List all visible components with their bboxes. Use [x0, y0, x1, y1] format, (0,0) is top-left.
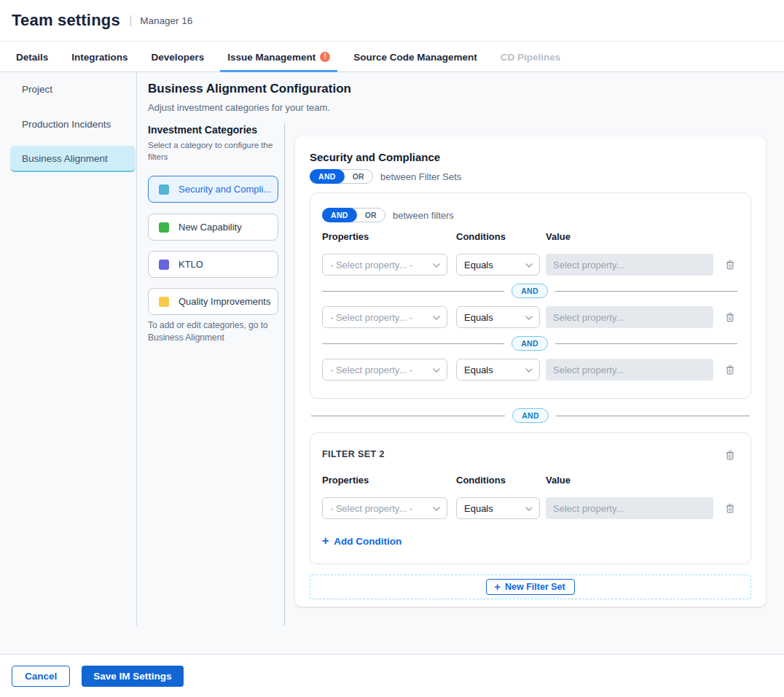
delete-filter-button[interactable]: [723, 501, 737, 516]
value-input[interactable]: [546, 359, 713, 381]
delete-filter-button[interactable]: [723, 257, 737, 273]
chevron-down-icon: [525, 507, 533, 511]
property-select[interactable]: - Select property... -: [322, 254, 447, 276]
trash-icon: [724, 449, 736, 462]
category-security-and-compliance[interactable]: Security and Compli...: [148, 176, 278, 203]
category-quality-improvements[interactable]: Quality Improvements: [148, 288, 278, 315]
property-select[interactable]: - Select property... -: [322, 306, 447, 328]
delete-filter-button[interactable]: [723, 310, 737, 325]
page-footer: Cancel Save IM Settings: [0, 654, 784, 697]
toggle-or-option[interactable]: OR: [357, 211, 385, 219]
between-filters-label: between filters: [393, 210, 454, 221]
save-im-settings-button[interactable]: Save IM Settings: [82, 666, 183, 687]
property-select[interactable]: - Select property... -: [322, 359, 447, 381]
category-color-swatch: [159, 297, 169, 307]
filter-set-1-card: AND OR between filters Properties Condit…: [310, 192, 751, 399]
filter-row: - Select property... - Equals: [322, 254, 737, 276]
sidebar-item-production-incidents[interactable]: Production Incidents: [10, 111, 136, 137]
condition-select[interactable]: Equals: [456, 254, 540, 276]
value-input[interactable]: [546, 254, 713, 276]
sidebar-item-project[interactable]: Project: [10, 76, 136, 102]
trash-icon: [724, 502, 736, 515]
team-name-label: Manager 16: [140, 15, 192, 26]
chevron-down-icon: [433, 507, 440, 511]
tab-developers[interactable]: Developers: [144, 42, 212, 71]
categories-hint: Select a category to configure the filte…: [148, 139, 273, 163]
add-condition-button[interactable]: + Add Condition: [322, 535, 401, 547]
column-header-conditions: Conditions: [456, 475, 546, 486]
column-header-conditions: Conditions: [456, 231, 546, 242]
row-connector: AND: [322, 336, 737, 351]
category-color-swatch: [159, 260, 169, 270]
column-header-properties: Properties: [322, 475, 456, 486]
category-color-swatch: [159, 222, 169, 233]
sidebar-divider: [136, 72, 137, 626]
categories-divider: [284, 123, 285, 626]
panel-title: Security and Compliance: [310, 151, 751, 163]
condition-select[interactable]: Equals: [456, 359, 540, 381]
toggle-and-option[interactable]: AND: [322, 208, 357, 222]
column-header-value: Value: [546, 475, 713, 486]
new-filter-set-button[interactable]: + New Filter Set: [486, 579, 574, 595]
value-input[interactable]: [546, 497, 713, 519]
delete-filter-button[interactable]: [723, 362, 737, 378]
and-connector-pill: AND: [511, 284, 548, 298]
and-connector-pill: AND: [511, 336, 548, 351]
chevron-down-icon: [525, 316, 533, 320]
tab-details[interactable]: Details: [9, 42, 55, 71]
filter-row: - Select property... - Equals: [322, 359, 737, 381]
trash-icon: [724, 259, 736, 271]
toggle-and-option[interactable]: AND: [310, 169, 345, 184]
categories-heading: Investment Categories: [148, 124, 257, 136]
trash-icon: [724, 364, 736, 376]
and-connector-pill: AND: [512, 408, 549, 423]
category-new-capability[interactable]: New Capability: [148, 214, 278, 241]
tab-source-code-management[interactable]: Source Code Management: [346, 42, 485, 71]
category-color-swatch: [159, 184, 169, 195]
team-settings-page: Team settings | Manager 16 Details Integ…: [0, 0, 784, 697]
tab-issue-management[interactable]: Issue Management !: [220, 42, 337, 71]
chevron-down-icon: [525, 368, 533, 373]
page-header: Team settings | Manager 16: [0, 0, 784, 42]
categories-footnote: To add or edit categories, go to Busines…: [148, 319, 281, 343]
settings-tabbar: Details Integrations Developers Issue Ma…: [0, 42, 784, 72]
new-filter-set-dropzone: + New Filter Set: [310, 575, 751, 599]
filter-configuration-panel: Security and Compliance AND OR between F…: [295, 136, 766, 607]
filter-row: - Select property... - Equals: [322, 497, 737, 519]
cancel-button[interactable]: Cancel: [12, 666, 70, 687]
row-connector: AND: [322, 284, 737, 298]
plus-icon: +: [322, 535, 329, 547]
page-title: Team settings: [12, 11, 120, 30]
column-header-properties: Properties: [322, 231, 456, 242]
between-filter-sets-label: between Filter Sets: [380, 171, 461, 182]
warning-badge-icon: !: [320, 52, 330, 62]
content-area: Project Production Incidents Business Al…: [0, 72, 784, 654]
tab-cd-pipelines: CD Pipelines: [493, 42, 568, 71]
filters-and-or-toggle[interactable]: AND OR: [322, 208, 385, 222]
category-ktlo[interactable]: KTLO: [148, 251, 278, 278]
condition-select[interactable]: Equals: [456, 306, 540, 328]
delete-filter-set-button[interactable]: [723, 448, 737, 463]
chevron-down-icon: [525, 263, 533, 268]
chevron-down-icon: [433, 368, 440, 373]
title-separator: |: [129, 13, 132, 28]
property-select[interactable]: - Select property... -: [322, 497, 447, 519]
filter-set-2-title: FILTER SET 2: [322, 448, 385, 459]
plus-icon: +: [494, 581, 501, 592]
section-title: Business Alignment Configuration: [148, 82, 351, 96]
condition-select[interactable]: Equals: [456, 497, 540, 519]
filter-row: - Select property... - Equals: [322, 306, 737, 328]
value-input[interactable]: [546, 306, 713, 328]
chevron-down-icon: [433, 316, 440, 320]
toggle-or-option[interactable]: OR: [345, 172, 372, 181]
sidebar-item-business-alignment[interactable]: Business Alignment: [10, 146, 136, 172]
column-header-value: Value: [546, 231, 713, 242]
chevron-down-icon: [433, 263, 440, 268]
tab-integrations[interactable]: Integrations: [64, 42, 135, 71]
filter-set-2-card: FILTER SET 2 Properties Conditions Value…: [310, 432, 751, 564]
filter-sets-connector: AND: [311, 408, 750, 423]
filter-sets-and-or-toggle[interactable]: AND OR: [310, 169, 373, 184]
section-subtitle: Adjust investment categories for your te…: [148, 102, 330, 113]
trash-icon: [724, 311, 736, 324]
